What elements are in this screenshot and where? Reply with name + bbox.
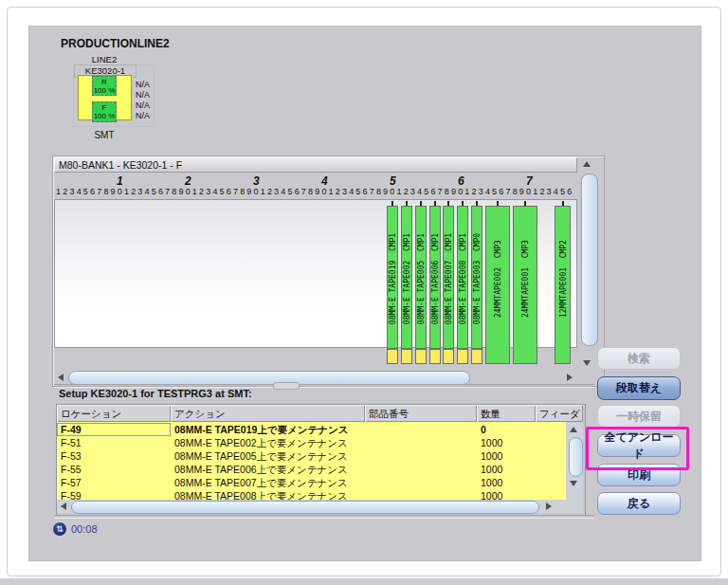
ruler-digit: 6 (294, 187, 300, 197)
table-row[interactable]: F-4908MM-E TAPE019上で要メンテナンス0 (57, 423, 566, 436)
table-scroll-down-button[interactable] (568, 478, 579, 489)
table-scroll-left-button[interactable] (58, 501, 69, 512)
cell-part (365, 449, 477, 463)
feeder-slot-foot (415, 349, 427, 364)
cell-part (365, 436, 477, 449)
column-header[interactable]: アクション (171, 405, 365, 422)
ruler-digit: 2 (403, 187, 410, 197)
cell-action: 08MM-E TAPE008上で要メンテナンス (171, 489, 365, 500)
ruler-digit: 5 (491, 187, 498, 197)
chart-vscroll-thumb[interactable] (581, 174, 598, 346)
cell-part (365, 476, 477, 489)
feeder-slot[interactable]: 08MM-E TAPE019 CMP1 (387, 206, 398, 364)
feeder-slot[interactable]: 08MM-E TAPE008 CMP1 (457, 206, 468, 364)
ruler-digit: 2 (335, 187, 341, 197)
feeder-slot[interactable]: 08MM-E TAPE002 CMP1 (401, 206, 412, 364)
ruler-digit: 8 (102, 187, 109, 197)
ruler-digit: 2 (266, 187, 273, 197)
ruler-digit: 8 (512, 187, 519, 197)
ruler-digit: 4 (416, 187, 423, 197)
feeder-slot[interactable]: 08MM-E TAPE003 CMP0 (471, 206, 482, 364)
column-header[interactable]: 数量 (477, 405, 536, 422)
cell-qty: 1000 (477, 436, 536, 449)
ruler-digit: 6 (429, 187, 436, 197)
feeder-slot-label: 08MM-E TAPE005 CMP1 (417, 233, 426, 324)
module-r-status[interactable]: R100 % (92, 76, 117, 96)
line-label: LINE2 (74, 54, 135, 64)
na-value: N/A (136, 80, 164, 89)
chart-scroll-down-button[interactable] (581, 357, 592, 369)
feeder-slot-label: 12MMTAPE001 CMP2 (558, 240, 567, 318)
table-row[interactable]: F-5508MM-E TAPE006上で要メンテナンス1000 (57, 463, 566, 476)
table-hscroll-thumb[interactable] (71, 501, 539, 514)
chart-scroll-up-button[interactable] (581, 158, 592, 170)
table-row[interactable]: F-5108MM-E TAPE002上で要メンテナンス1000 (57, 436, 566, 449)
feeder-slot[interactable]: 08MM-E TAPE005 CMP1 (415, 206, 427, 364)
search-button: 検索 (597, 347, 681, 370)
column-header[interactable]: フィーダ (536, 405, 583, 422)
ruler-digit: 6 (566, 187, 573, 197)
ruler-digit: 5 (219, 187, 226, 197)
ruler-digit: 3 (410, 187, 416, 197)
ruler-digit: 0 (185, 187, 191, 197)
cell-qty: 1000 (477, 476, 536, 489)
ruler-digit: 8 (239, 187, 246, 197)
cell-action: 08MM-E TAPE006上で要メンテナンス (171, 463, 365, 476)
changeover-button[interactable]: 段取替え (597, 376, 681, 400)
ruler-major-number: 5 (390, 174, 396, 188)
table-row[interactable]: F-5708MM-E TAPE007上で要メンテナンス1000 (57, 476, 566, 489)
ruler-digit: 7 (369, 187, 375, 197)
table-row[interactable]: F-5908MM-E TAPE008上で要メンテナンス1000 (57, 489, 566, 500)
ruler-digit: 5 (286, 187, 293, 197)
feeder-slot-label: 08MM-E TAPE003 CMP0 (473, 233, 482, 324)
feeder-slot-label: 24MMTAPE001 CMP3 (521, 240, 530, 318)
ruler-digit: 2 (198, 187, 205, 197)
table-scroll-right-button[interactable] (543, 501, 555, 512)
ruler-major-number: 6 (458, 174, 464, 188)
table-row[interactable]: F-5308MM-E TAPE005上で要メンテナンス1000 (57, 449, 566, 463)
cell-feeder (536, 449, 566, 463)
screen: PRODUCTIONLINE2 LINE2 KE3020-1 R100 % F1… (0, 0, 728, 585)
table-vscroll-thumb[interactable] (569, 437, 583, 477)
feeder-slot-foot (387, 349, 398, 364)
production-line-title: PRODUCTIONLINE2 (61, 37, 170, 50)
back-button[interactable]: 戻る (597, 492, 681, 515)
column-header[interactable]: ロケーション (57, 405, 171, 422)
feeder-slot[interactable]: 12MMTAPE001 CMP2 (555, 206, 571, 364)
up-arrow-icon (583, 161, 591, 167)
ruler-digit: 6 (498, 187, 504, 197)
ruler-digit: 8 (171, 187, 177, 197)
bank-panel-title: M80-BANK1 - KE3020-1 - F (54, 157, 577, 173)
module-f-id: F (93, 103, 116, 112)
ruler-digit: 0 (252, 187, 259, 197)
feeder-slot[interactable]: 08MM-E TAPE007 CMP1 (443, 206, 454, 364)
ruler-digit: 2 (130, 187, 136, 197)
ruler-digit: 1 (532, 187, 538, 197)
statusbar-separator (54, 515, 594, 519)
module-f-percent: 100 % (93, 112, 116, 120)
feeder-slot[interactable]: 08MM-E TAPE006 CMP1 (429, 206, 441, 364)
chart-hscroll-thumb[interactable] (68, 371, 470, 385)
left-arrow-icon (61, 503, 66, 510)
chart-scroll-right-button[interactable] (564, 372, 575, 383)
ruler-digit: 2 (62, 187, 68, 197)
up-arrow-icon (570, 427, 577, 432)
ruler-digit: 1 (55, 187, 62, 197)
module-f-status[interactable]: F100 % (92, 101, 117, 122)
ruler-digit: 1 (260, 187, 266, 197)
feeder-slot[interactable]: 24MMTAPE001 CMP3 (513, 206, 537, 364)
table-scroll-up-button[interactable] (568, 424, 579, 435)
feeder-slot[interactable]: 24MMTAPE002 CMP3 (485, 206, 510, 364)
ruler-digit: 9 (177, 187, 184, 197)
ruler-digit: 0 (117, 187, 123, 197)
column-header[interactable]: 部品番号 (365, 405, 477, 422)
ruler-digit: 6 (157, 187, 164, 197)
cell-qty: 1000 (477, 489, 536, 500)
ruler-digit: 7 (504, 187, 511, 197)
ruler-digit: 7 (300, 187, 307, 197)
splitter-handle[interactable] (273, 382, 300, 390)
ruler-digit: 1 (328, 187, 335, 197)
feeder-slot-label: 08MM-E TAPE019 CMP1 (389, 233, 397, 324)
chart-scroll-left-button[interactable] (55, 372, 66, 383)
cell-part (365, 463, 477, 476)
